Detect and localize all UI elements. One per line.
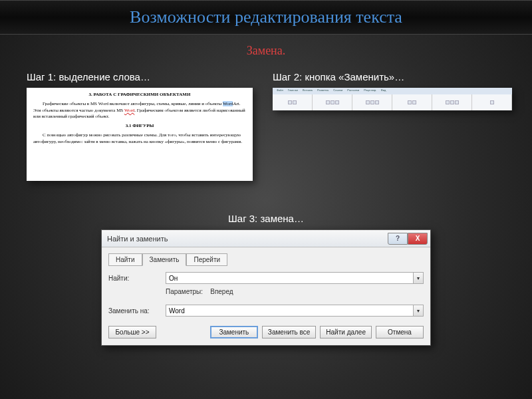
ribbon-button[interactable] bbox=[455, 100, 459, 104]
tab-goto[interactable]: Перейти bbox=[186, 253, 227, 266]
params-row: Параметры: Вперед bbox=[166, 288, 424, 295]
find-next-button[interactable]: Найти далее bbox=[320, 326, 372, 338]
find-label: Найти: bbox=[108, 275, 162, 282]
dialog-titlebar[interactable]: Найти и заменить ? X bbox=[102, 230, 430, 247]
close-button[interactable]: X bbox=[408, 233, 428, 245]
help-button[interactable]: ? bbox=[388, 233, 408, 245]
dialog-tabs: Найти Заменить Перейти bbox=[108, 253, 424, 265]
window-buttons: ? X bbox=[388, 233, 428, 245]
ribbon-button[interactable] bbox=[370, 100, 374, 104]
chevron-down-icon[interactable]: ▼ bbox=[413, 305, 424, 317]
ribbon-button[interactable] bbox=[450, 100, 454, 104]
dialog-body: Найти Заменить Перейти Найти: Он ▼ Парам… bbox=[102, 247, 430, 345]
step1-label: Шаг 1: выделение слова… bbox=[27, 71, 253, 82]
step3-area: Шаг 3: замена… Найти и заменить ? X Найт… bbox=[101, 213, 431, 346]
find-row: Найти: Он ▼ bbox=[108, 272, 424, 284]
ribbon-body bbox=[273, 94, 512, 110]
slide-title-bar: Возможности редактирования текста bbox=[0, 0, 532, 35]
replace-combo: Word ▼ bbox=[166, 305, 424, 317]
step2-label: Шаг 2: кнопка «Заменить»… bbox=[273, 71, 512, 82]
doc-para-2: С помощью автофигур можно рисовать разли… bbox=[33, 132, 246, 146]
params-label: Параметры: bbox=[166, 288, 203, 295]
find-combo: Он ▼ bbox=[166, 272, 424, 284]
ribbon-button[interactable] bbox=[446, 100, 450, 104]
spell-underline-word: Word bbox=[124, 108, 134, 113]
tab-find[interactable]: Найти bbox=[108, 253, 142, 266]
selected-word: Word bbox=[223, 101, 233, 106]
cancel-button[interactable]: Отмена bbox=[376, 326, 424, 338]
ribbon-button[interactable] bbox=[412, 100, 416, 104]
slide-title: Возможности редактирования текста bbox=[0, 7, 532, 27]
word-ribbon-preview: Файл Главная Вставка Разметка Ссылки Рас… bbox=[273, 88, 512, 110]
find-input[interactable]: Он bbox=[166, 272, 413, 284]
slide-subtitle: Замена. bbox=[0, 44, 532, 58]
ribbon-button[interactable] bbox=[326, 100, 330, 104]
ribbon-tab[interactable]: Разметка bbox=[316, 88, 330, 94]
ribbon-tab[interactable]: Рецензир. bbox=[362, 88, 378, 94]
ribbon-tabs: Файл Главная Вставка Разметка Ссылки Рас… bbox=[273, 88, 512, 94]
doc-para-1: Графические объекты в MS Word включают а… bbox=[33, 101, 246, 120]
dialog-title: Найти и заменить bbox=[107, 235, 168, 243]
params-value: Вперед bbox=[210, 288, 233, 295]
ribbon-tab[interactable]: Главная bbox=[287, 88, 299, 94]
ribbon-tab[interactable]: Вставка bbox=[301, 88, 314, 94]
step1-column: Шаг 1: выделение слова… 3. РАБОТА С ГРАФ… bbox=[27, 71, 253, 181]
replace-all-button[interactable]: Заменить все bbox=[262, 326, 316, 338]
dialog-button-row: Больше >> Заменить Заменить все Найти да… bbox=[108, 326, 424, 338]
replace-with-label: Заменить на: bbox=[108, 307, 162, 315]
more-button[interactable]: Больше >> bbox=[108, 326, 156, 338]
step2-column: Шаг 2: кнопка «Заменить»… Файл Главная В… bbox=[273, 71, 512, 181]
ribbon-tab[interactable]: Файл bbox=[275, 88, 285, 94]
tab-replace[interactable]: Заменить bbox=[142, 253, 187, 266]
close-icon: X bbox=[416, 235, 420, 242]
ribbon-button[interactable] bbox=[408, 100, 412, 104]
ribbon-tab[interactable]: Вид bbox=[380, 88, 387, 94]
ribbon-button[interactable] bbox=[293, 100, 297, 104]
step3-label: Шаг 3: замена… bbox=[101, 213, 431, 224]
question-icon: ? bbox=[396, 235, 400, 242]
ribbon-button[interactable] bbox=[331, 100, 334, 104]
ribbon-button[interactable] bbox=[375, 100, 379, 104]
replace-button[interactable] bbox=[490, 100, 494, 104]
chevron-down-icon[interactable]: ▼ bbox=[413, 272, 424, 284]
ribbon-button[interactable] bbox=[335, 100, 339, 104]
ribbon-tab[interactable]: Рассылки bbox=[346, 88, 360, 94]
doc-heading-1: 3. РАБОТА С ГРАФИЧЕСКИМИ ОБЪЕКТАМИ bbox=[33, 92, 246, 98]
replace-input[interactable]: Word bbox=[166, 305, 413, 317]
find-replace-dialog: Найти и заменить ? X Найти Заменить Пере… bbox=[101, 229, 431, 346]
do-replace-button[interactable]: Заменить bbox=[210, 326, 258, 338]
ribbon-button[interactable] bbox=[288, 100, 292, 104]
ribbon-button[interactable] bbox=[366, 100, 370, 104]
doc-heading-2: 3.1 ФИГУРЫ bbox=[33, 123, 246, 130]
ribbon-tab[interactable]: Ссылки bbox=[332, 88, 344, 94]
word-document-preview: 3. РАБОТА С ГРАФИЧЕСКИМИ ОБЪЕКТАМИ Графи… bbox=[27, 88, 253, 181]
replace-row: Заменить на: Word ▼ bbox=[108, 305, 424, 317]
steps-row: Шаг 1: выделение слова… 3. РАБОТА С ГРАФ… bbox=[0, 71, 532, 181]
